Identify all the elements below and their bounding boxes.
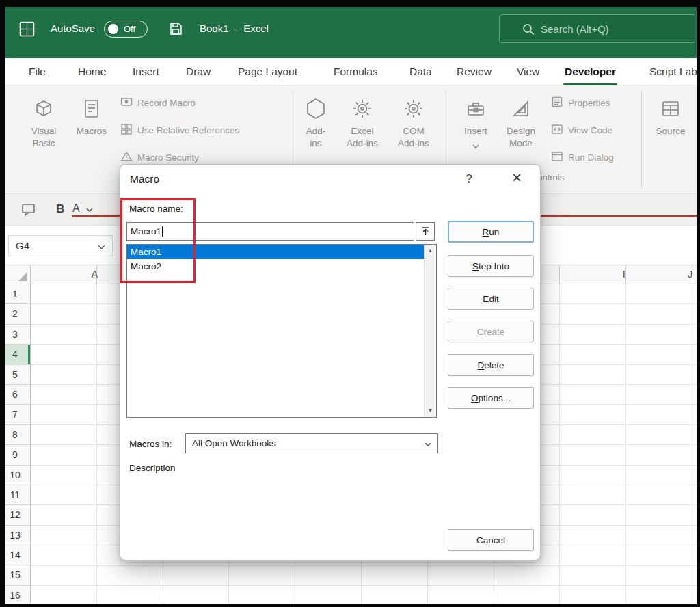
list-scrollbar[interactable]: ▲ ▼ xyxy=(424,245,436,417)
bold-button[interactable]: B xyxy=(56,202,64,216)
com-add-ins-label-2: Add-ins xyxy=(398,137,429,150)
column-header-a[interactable]: A xyxy=(62,265,128,284)
tab-data[interactable]: Data xyxy=(407,58,435,85)
tab-review[interactable]: Review xyxy=(454,58,494,85)
properties-label: Properties xyxy=(568,98,610,108)
tab-developer[interactable]: Developer xyxy=(562,58,619,85)
tab-formulas[interactable]: Formulas xyxy=(331,58,381,85)
chevron-down-icon xyxy=(425,438,431,448)
row-header-7[interactable]: 7 xyxy=(0,405,30,424)
row-header-1[interactable]: 1 xyxy=(0,284,30,304)
autosave-label: AutoSave xyxy=(51,23,95,34)
search-box[interactable]: Search (Alt+Q) xyxy=(499,14,695,43)
code-window-icon xyxy=(551,123,563,137)
scroll-down-icon[interactable]: ▼ xyxy=(425,405,436,416)
row-header-15[interactable]: 15 xyxy=(0,565,30,585)
run-button[interactable]: Run xyxy=(448,221,534,243)
row-header-6[interactable]: 6 xyxy=(0,385,30,405)
column-header-i[interactable]: I xyxy=(591,265,657,284)
design-mode-label: Design xyxy=(507,125,535,137)
chevron-down-icon[interactable] xyxy=(86,208,93,212)
gear-icon xyxy=(402,92,425,125)
name-box[interactable]: G4 xyxy=(8,235,113,256)
com-add-ins-button[interactable]: COM Add-ins xyxy=(391,92,436,176)
properties-button[interactable]: Properties xyxy=(551,96,610,110)
com-add-ins-label: COM xyxy=(403,125,425,137)
macros-in-value: All Open Workbooks xyxy=(192,438,276,448)
visual-basic-label: Visual xyxy=(31,125,57,137)
record-macro-icon xyxy=(120,96,133,110)
row-headers: 12345678910111213141516 xyxy=(0,284,31,606)
macro-security-button[interactable]: Macro Security xyxy=(120,150,199,165)
tab-draw[interactable]: Draw xyxy=(183,58,213,85)
view-code-button[interactable]: View Code xyxy=(551,123,612,137)
dialog-window-icon xyxy=(551,150,563,165)
tab-view[interactable]: View xyxy=(514,58,542,85)
document-title: Book1 - Excel xyxy=(200,23,269,34)
delete-button[interactable]: Delete xyxy=(448,354,534,376)
column-header-j[interactable]: J xyxy=(657,265,700,284)
comment-icon[interactable] xyxy=(21,202,37,218)
add-ins-label-2: ins xyxy=(310,137,321,150)
record-macro-button[interactable]: Record Macro xyxy=(120,96,196,110)
row-header-9[interactable]: 9 xyxy=(0,445,30,465)
step-into-button[interactable]: Step Into xyxy=(448,255,534,277)
cancel-button[interactable]: Cancel xyxy=(448,529,534,551)
row-header-4[interactable]: 4 xyxy=(0,345,30,364)
row-header-8[interactable]: 8 xyxy=(0,425,30,445)
add-ins-button[interactable]: Add- ins xyxy=(299,92,333,176)
use-relative-references-button[interactable]: Use Relative References xyxy=(120,123,239,137)
insert-label: Insert xyxy=(464,125,487,137)
warning-triangle-icon xyxy=(120,150,133,165)
set-square-icon xyxy=(509,92,533,125)
macro-security-label: Macro Security xyxy=(137,152,199,163)
select-all-corner[interactable] xyxy=(0,265,31,284)
group-separator xyxy=(641,91,642,188)
tab-home[interactable]: Home xyxy=(75,58,109,85)
run-dialog-button[interactable]: Run Dialog xyxy=(551,150,614,165)
row-header-16[interactable]: 16 xyxy=(0,586,30,606)
row-header-11[interactable]: 11 xyxy=(0,485,30,505)
macros-icon xyxy=(81,92,103,125)
arrow-up-from-line-button[interactable] xyxy=(416,222,435,241)
row-header-10[interactable]: 10 xyxy=(0,466,30,485)
row-header-3[interactable]: 3 xyxy=(0,325,30,345)
insert-control-button[interactable]: Insert xyxy=(457,92,495,176)
run-dialog-label: Run Dialog xyxy=(568,152,614,163)
search-icon xyxy=(522,23,535,38)
design-mode-button[interactable]: Design Mode xyxy=(498,92,544,176)
scroll-up-icon[interactable]: ▲ xyxy=(425,245,436,256)
row-header-12[interactable]: 12 xyxy=(0,505,30,525)
row-header-13[interactable]: 13 xyxy=(0,526,30,545)
macros-button[interactable]: Macros xyxy=(70,92,113,176)
row-header-14[interactable]: 14 xyxy=(0,545,30,565)
autosave-toggle[interactable]: Off xyxy=(104,21,148,38)
source-button[interactable]: Source xyxy=(649,92,692,176)
toolbox-icon xyxy=(464,92,487,125)
tab-script-lab[interactable]: Script Lab xyxy=(647,58,700,85)
source-window-icon xyxy=(659,92,682,125)
tab-insert[interactable]: Insert xyxy=(130,58,162,85)
save-icon[interactable] xyxy=(168,21,183,39)
edit-button[interactable]: Edit xyxy=(448,288,534,310)
description-label: Description xyxy=(129,463,176,473)
design-mode-label-2: Mode xyxy=(509,137,533,150)
create-button[interactable]: Create xyxy=(448,321,534,342)
close-icon[interactable]: × xyxy=(509,168,525,187)
dialog-title: Macro xyxy=(130,173,159,185)
visual-basic-button[interactable]: Visual Basic xyxy=(22,92,66,176)
row-header-5[interactable]: 5 xyxy=(0,365,30,385)
add-ins-hexagon-icon xyxy=(303,92,329,125)
row-header-2[interactable]: 2 xyxy=(0,304,30,324)
excel-add-ins-button[interactable]: Excel Add-ins xyxy=(340,92,385,176)
use-relative-references-label: Use Relative References xyxy=(137,125,239,135)
macros-in-dropdown[interactable]: All Open Workbooks xyxy=(185,433,438,453)
help-button[interactable]: ? xyxy=(462,172,476,186)
options-button[interactable]: Options... xyxy=(448,387,534,409)
add-ins-label: Add- xyxy=(306,125,326,137)
chevron-down-icon xyxy=(472,139,479,152)
name-box-value: G4 xyxy=(16,240,29,252)
tab-file[interactable]: File xyxy=(26,58,49,85)
title-bar: AutoSave Off Book1 - Excel Search (Alt+Q… xyxy=(0,0,700,58)
tab-page-layout[interactable]: Page Layout xyxy=(235,58,300,85)
